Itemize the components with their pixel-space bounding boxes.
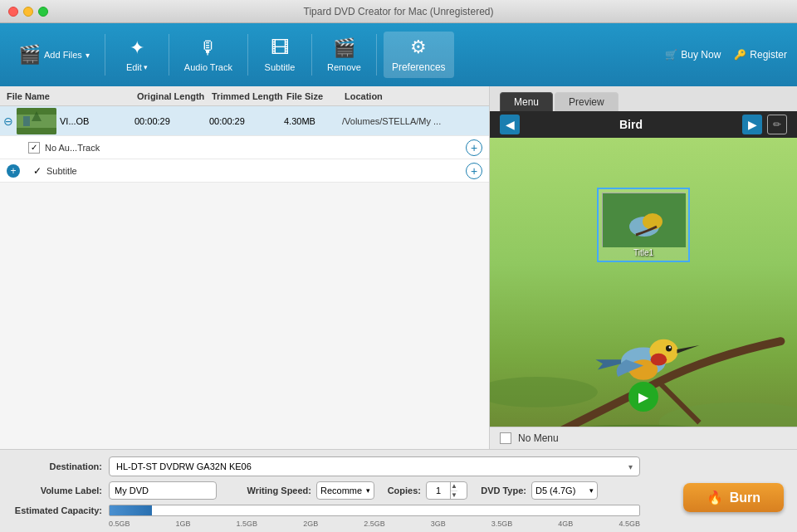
preferences-button[interactable]: ⚙ Preferences [384,32,454,78]
add-files-arrow: ▾ [86,51,90,60]
col-file-name: File Name [0,91,137,101]
maximize-button[interactable] [38,7,48,17]
no-menu-checkbox[interactable] [500,432,511,444]
tick-6: 3.5GB [491,520,513,528]
burn-button[interactable]: 🔥 Burn [683,483,784,512]
destination-select[interactable]: HL-DT-ST DVDRW GA32N KE06 ▾ [109,456,640,476]
tab-preview[interactable]: Preview [555,92,619,111]
remove-label: Remove [327,62,361,72]
play-button[interactable]: ▶ [628,382,658,412]
copies-label: Copies: [384,486,426,495]
preview-title: Bird [619,118,643,131]
subtitle-label: Subtitle [265,62,296,72]
edit-arrow: ▾ [144,63,148,71]
no-menu-bar: No Menu [490,427,797,449]
burn-icon: 🔥 [707,490,723,505]
preferences-icon: ⚙ [410,37,427,58]
subtitle-icon: 🎞 [271,37,289,59]
col-orig-length: Original Length [137,91,212,101]
file-row[interactable]: ⊖ VI...OB 00:00:29 00:00:29 4.30MB /Volu… [0,106,489,136]
minimize-button[interactable] [23,7,33,17]
burn-label: Burn [730,491,760,505]
subtitle-button[interactable]: 🎞 Subtitle [255,32,305,77]
remove-button[interactable]: 🎬 Remove [319,32,369,77]
prev-nav-button[interactable]: ◀ [500,115,520,134]
copies-input[interactable]: ▲ ▼ [426,481,467,500]
subtitle-row: + ✓ Subtitle + [0,159,489,183]
writing-speed-select[interactable]: Recomme ▾ [316,481,374,500]
file-panel: File Name Original Length Trimmed Length… [0,86,490,449]
copies-up[interactable]: ▲ [451,481,457,491]
subtitle-checkbox[interactable]: ✓ [33,165,42,177]
copies-down[interactable]: ▼ [451,491,457,500]
remove-icon: 🎬 [333,37,355,59]
main-area: File Name Original Length Trimmed Length… [0,86,797,449]
next-nav-button[interactable]: ▶ [742,115,762,134]
writing-speed-value: Recomme [320,486,362,495]
preview-background: Title1 ▶ [490,138,797,427]
toolbar-right: 🛒 Buy Now 🔑 Register [665,49,787,61]
separator-3 [247,34,248,76]
file-location: /Volumes/STELLA/My ... [342,116,489,126]
buy-now-button[interactable]: 🛒 Buy Now [665,49,721,61]
destination-label: Destination: [13,461,109,471]
register-label: Register [750,49,787,61]
dvd-type-select[interactable]: D5 (4.7G) ▾ [531,481,598,500]
audio-checkbox[interactable]: ✓ [28,142,40,154]
destination-arrow: ▾ [628,462,633,471]
remove-file-button[interactable]: ⊖ [0,115,17,128]
col-file-size: File Size [286,91,345,101]
destination-row: Destination: HL-DT-ST DVDRW GA32N KE06 ▾ [13,456,784,476]
copies-value[interactable] [427,486,450,495]
close-button[interactable] [8,7,18,17]
tick-2: 1.5GB [237,520,258,528]
add-audio-button[interactable]: + [466,139,482,156]
tab-menu[interactable]: Menu [500,92,553,111]
file-thumbnail [17,108,56,134]
add-subtitle-button[interactable]: + [466,163,482,179]
register-button[interactable]: 🔑 Register [734,49,787,61]
svg-point-13 [669,346,671,348]
file-table-header: File Name Original Length Trimmed Length… [0,86,489,106]
capacity-ticks: 0.5GB 1GB 1.5GB 2GB 2.5GB 3GB 3.5GB 4GB … [109,520,640,528]
tick-7: 4GB [558,520,573,528]
window-controls [8,7,48,17]
audio-track-row: ✓ No Au...Track + [0,136,489,159]
no-menu-label: No Menu [518,432,559,444]
capacity-fill [110,505,152,515]
volume-input[interactable] [109,481,217,500]
svg-rect-3 [23,116,30,126]
tick-0: 0.5GB [109,520,130,528]
register-icon: 🔑 [734,49,746,61]
separator-4 [311,34,312,76]
tick-1: 1GB [176,520,191,528]
file-panel-empty-area [0,183,489,449]
edit-button[interactable]: ✦ Edit ▾ [112,32,162,77]
preferences-label: Preferences [392,61,446,73]
title1-thumbnail [602,193,685,246]
svg-point-12 [666,345,672,351]
add-files-button[interactable]: 🎬 Add Files ▾ [10,39,98,71]
preview-content: ◀ Bird ▶ ✏ [490,111,797,427]
edit-label: Edit [126,62,142,72]
dvd-type-label: DVD Type: [477,486,531,495]
audio-label: No Au...Track [45,143,461,153]
orig-length: 00:00:29 [134,116,209,126]
edit-preview-button[interactable]: ✏ [767,115,787,134]
dvd-type-value: D5 (4.7G) [535,486,575,495]
audio-track-button[interactable]: 🎙 Audio Track [176,32,241,77]
bottom-area: Destination: HL-DT-ST DVDRW GA32N KE06 ▾… [0,449,797,532]
separator-1 [105,34,105,76]
col-location: Location [345,91,489,101]
capacity-label: Estimated Capacity: [13,505,109,515]
destination-value: HL-DT-ST DVDRW GA32N KE06 [116,461,252,471]
writing-speed-label: Writing Speed: [242,486,316,495]
title1-box[interactable]: Title1 [597,188,690,262]
title-bar: Tipard DVD Creator for Mac (Unregistered… [0,0,797,23]
capacity-row: Estimated Capacity: 0.5GB 1GB 1.5GB 2GB … [13,505,784,516]
volume-label-text: Volume Label: [13,486,109,495]
add-subtitle-icon[interactable]: + [7,164,20,178]
col-trim-length: Trimmed Length [212,91,286,101]
title1-label: Title1 [602,248,685,257]
cart-icon: 🛒 [665,49,677,61]
